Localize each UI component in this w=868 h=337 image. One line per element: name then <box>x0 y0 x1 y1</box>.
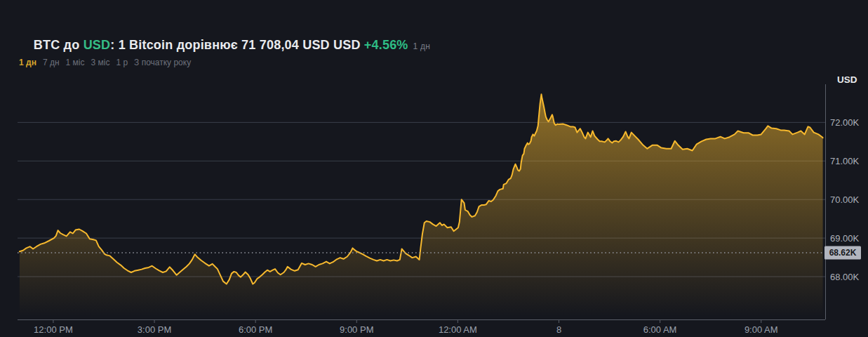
price-area-fill <box>20 94 823 319</box>
crypto-price-widget: BTC до USD: 1 Bitcoin дорівнює 71 708,04… <box>0 0 868 337</box>
y-tick-label-71.00K: 71.00K <box>830 156 860 166</box>
x-tick-label-9:00 AM: 9:00 AM <box>745 324 778 335</box>
x-tick-label-8: 8 <box>556 324 561 335</box>
x-tick-label-12:00 AM: 12:00 AM <box>439 324 477 335</box>
price-chart[interactable]: 12:00 PM3:00 PM6:00 PM9:00 PM12:00 AM86:… <box>0 0 868 337</box>
y-tick-label-68.00K: 68.00K <box>830 272 860 282</box>
x-tick-label-3:00 PM: 3:00 PM <box>138 324 171 335</box>
x-tick-label-6:00 PM: 6:00 PM <box>239 324 272 335</box>
y-tick-label-69.00K: 69.00K <box>830 233 860 244</box>
x-tick-label-6:00 AM: 6:00 AM <box>643 324 677 335</box>
x-tick-label-9:00 PM: 9:00 PM <box>340 324 373 335</box>
x-tick-label-12:00 PM: 12:00 PM <box>34 324 73 335</box>
y-tick-label-72.00K: 72.00K <box>830 117 860 128</box>
prev-close-badge-label: 68.62K <box>829 248 857 258</box>
y-axis-title: USD <box>837 74 857 85</box>
y-tick-label-70.00K: 70.00K <box>830 194 860 205</box>
